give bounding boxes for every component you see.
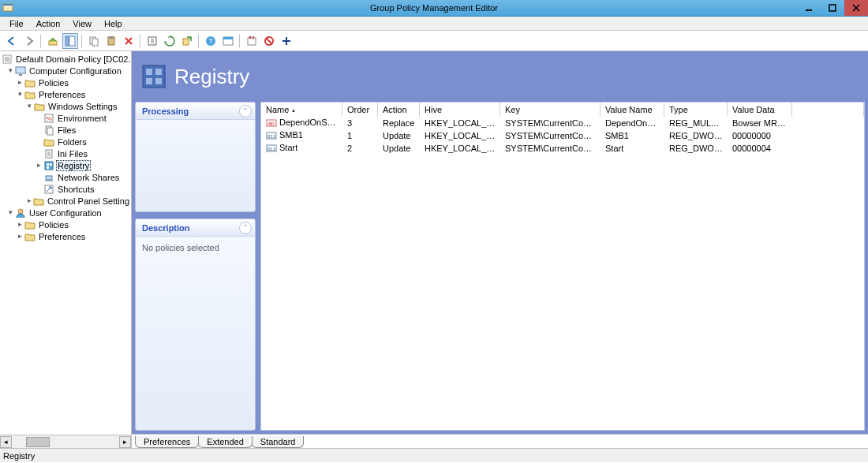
tab-standard[interactable]: Standard	[252, 436, 305, 448]
expand-icon[interactable]	[25, 103, 34, 110]
svg-rect-23	[19, 74, 22, 76]
svg-rect-2	[806, 9, 812, 11]
show-hide-tree-icon[interactable]	[62, 33, 78, 49]
help-icon[interactable]: ?	[203, 33, 219, 49]
expand-icon[interactable]	[6, 67, 15, 74]
toolbar: ?	[0, 31, 868, 51]
col-valuedata[interactable]: Value Data	[728, 103, 792, 117]
expand-icon[interactable]	[6, 209, 15, 216]
minimize-button[interactable]	[797, 0, 821, 16]
expand-icon[interactable]	[16, 233, 24, 240]
svg-text:%: %	[46, 115, 51, 122]
col-action[interactable]: Action	[378, 103, 420, 117]
svg-rect-38	[155, 69, 162, 75]
col-order[interactable]: Order	[342, 103, 378, 117]
tree-preferences[interactable]: Preferences	[2, 88, 131, 100]
folder-open-icon	[34, 101, 45, 112]
tab-extended[interactable]: Extended	[198, 436, 252, 448]
folder-icon	[43, 136, 54, 147]
expand-icon[interactable]	[16, 91, 24, 98]
description-card: Description ˄ No policies selected	[135, 218, 256, 431]
registry-header: Registry	[135, 54, 865, 99]
add-icon[interactable]	[279, 33, 294, 49]
toolbar-separator	[40, 34, 42, 48]
processing-card: Processing ˄	[135, 102, 256, 212]
processing-title: Processing	[142, 106, 239, 116]
new-item-icon[interactable]	[244, 33, 260, 49]
menu-help[interactable]: Help	[98, 17, 129, 30]
window-titlebar: Group Policy Management Editor	[0, 0, 868, 17]
tree-netshares[interactable]: Network Shares	[2, 171, 131, 183]
col-type[interactable]: Type	[664, 103, 728, 117]
close-button[interactable]	[844, 0, 868, 16]
menu-file[interactable]: File	[3, 17, 30, 30]
toolbar-separator	[239, 34, 241, 48]
svg-text:ab: ab	[268, 121, 275, 126]
col-hive[interactable]: Hive	[420, 103, 500, 117]
expand-icon[interactable]	[35, 162, 43, 169]
menu-action[interactable]: Action	[30, 17, 67, 30]
tree-inifiles[interactable]: Ini Files	[2, 147, 131, 159]
stop-icon[interactable]	[179, 33, 195, 49]
settings-icon[interactable]	[220, 33, 236, 49]
tree-user-config[interactable]: User Configuration	[2, 207, 131, 218]
registry-list[interactable]: Name▴ Order Action Hive Key Value Name T…	[260, 102, 865, 431]
app-icon	[2, 2, 13, 13]
svg-rect-3	[829, 5, 836, 11]
tree-control-panel[interactable]: Control Panel Setting	[2, 195, 131, 207]
tree-root[interactable]: Default Domain Policy [DC02.C	[2, 53, 131, 65]
status-text: Registry	[3, 451, 35, 461]
expand-icon[interactable]	[16, 79, 24, 86]
copy-icon[interactable]	[86, 33, 102, 49]
refresh-icon[interactable]	[144, 33, 160, 49]
export-icon[interactable]	[162, 33, 178, 49]
svg-rect-19	[253, 36, 254, 39]
scroll-thumb[interactable]	[26, 437, 50, 447]
registry-dword-icon: 011	[266, 130, 277, 141]
prohibit-icon[interactable]	[261, 33, 277, 49]
registry-string-icon: ab	[266, 118, 277, 129]
description-body: No policies selected	[136, 237, 255, 259]
up-icon[interactable]	[45, 33, 61, 49]
nav-back-icon[interactable]	[4, 33, 20, 49]
console-tree[interactable]: Default Domain Policy [DC02.C Computer C…	[0, 51, 131, 435]
delete-icon[interactable]	[121, 33, 137, 49]
folder-icon	[24, 219, 36, 230]
scroll-track[interactable]	[12, 436, 119, 448]
tree-environment[interactable]: % Environment	[2, 112, 131, 124]
tree-computer-config[interactable]: Computer Configuration	[2, 65, 131, 77]
toolbar-separator	[140, 34, 141, 48]
tree-windows-settings[interactable]: Windows Settings	[2, 100, 131, 112]
tree-folders[interactable]: Folders	[2, 136, 131, 147]
list-row[interactable]: 011SMB1 1 Update HKEY_LOCAL_MAC... SYSTE…	[261, 129, 864, 142]
collapse-icon[interactable]: ˄	[239, 105, 252, 118]
maximize-button[interactable]	[821, 0, 844, 16]
tree-user-prefs[interactable]: Preferences	[2, 230, 131, 242]
tree-files[interactable]: Files	[2, 124, 131, 136]
shortcut-icon	[43, 184, 54, 195]
tree-scrollbar[interactable]: ◂ ▸	[0, 435, 131, 448]
tree-user-policies[interactable]: Policies	[2, 218, 131, 230]
tree-policies[interactable]: Policies	[2, 77, 131, 88]
scroll-right-icon[interactable]: ▸	[119, 436, 131, 448]
col-name[interactable]: Name▴	[261, 103, 342, 117]
scroll-left-icon[interactable]: ◂	[0, 436, 12, 448]
collapse-icon[interactable]: ˄	[239, 222, 252, 234]
tree-registry[interactable]: Registry	[2, 159, 131, 171]
col-key[interactable]: Key	[500, 103, 600, 117]
list-row[interactable]: abDependOnService 3 Replace HKEY_LOCAL_M…	[261, 117, 864, 129]
col-valuename[interactable]: Value Name	[600, 103, 664, 117]
svg-rect-8	[92, 39, 98, 46]
svg-rect-22	[16, 67, 25, 73]
list-row[interactable]: 011Start 2 Update HKEY_LOCAL_MAC... SYST…	[261, 142, 864, 155]
svg-rect-18	[249, 36, 251, 39]
svg-rect-31	[50, 163, 52, 166]
registry-title: Registry	[174, 65, 249, 89]
expand-icon[interactable]	[25, 197, 33, 204]
menu-view[interactable]: View	[66, 17, 98, 30]
tab-preferences[interactable]: Preferences	[135, 436, 199, 448]
expand-icon[interactable]	[16, 221, 24, 228]
tree-shortcuts[interactable]: Shortcuts	[2, 183, 131, 195]
nav-fwd-icon[interactable]	[21, 33, 37, 49]
paste-icon[interactable]	[103, 33, 119, 49]
